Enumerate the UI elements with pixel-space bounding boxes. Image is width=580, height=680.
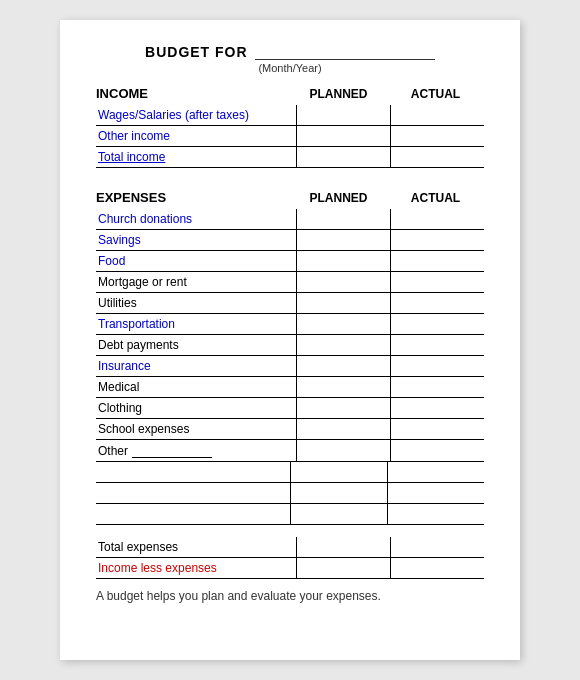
mortgage-label: Mortgage or rent (96, 272, 296, 292)
food-label: Food (96, 251, 296, 271)
church-planned-cell[interactable] (296, 209, 390, 229)
savings-label: Savings (96, 230, 296, 250)
food-actual-cell[interactable] (390, 251, 484, 271)
expenses-header: EXPENSES PLANNED ACTUAL (96, 190, 484, 205)
school-label: School expenses (96, 419, 296, 439)
expense-row-school: School expenses (96, 419, 484, 440)
total-expenses-row: Total expenses (96, 537, 484, 558)
income-label: INCOME (96, 86, 290, 101)
savings-planned-cell[interactable] (296, 230, 390, 250)
expense-row-medical: Medical (96, 377, 484, 398)
blank-planned-2[interactable] (290, 483, 387, 503)
total-income-planned-cell[interactable] (296, 147, 390, 167)
income-row-total: Total income (96, 147, 484, 168)
expense-row-savings: Savings (96, 230, 484, 251)
blank-actual-3[interactable] (387, 504, 484, 524)
medical-label: Medical (96, 377, 296, 397)
utilities-planned-cell[interactable] (296, 293, 390, 313)
medical-actual-cell[interactable] (390, 377, 484, 397)
transportation-actual-cell[interactable] (390, 314, 484, 334)
blank-planned-1[interactable] (290, 462, 387, 482)
savings-actual-cell[interactable] (390, 230, 484, 250)
school-actual-cell[interactable] (390, 419, 484, 439)
total-expenses-label: Total expenses (96, 537, 296, 557)
insurance-actual-cell[interactable] (390, 356, 484, 376)
blank-label-3 (96, 504, 290, 524)
income-header: INCOME PLANNED ACTUAL (96, 86, 484, 101)
other-income-actual-cell[interactable] (390, 126, 484, 146)
blank-planned-3[interactable] (290, 504, 387, 524)
title-row: BUDGET FOR (96, 44, 484, 60)
income-row-other: Other income (96, 126, 484, 147)
footer-note: A budget helps you plan and evaluate you… (96, 589, 484, 603)
other-actual-cell[interactable] (390, 440, 484, 461)
expense-row-clothing: Clothing (96, 398, 484, 419)
transportation-label: Transportation (96, 314, 296, 334)
income-less-label: Income less expenses (96, 558, 296, 578)
blank-row-1 (96, 462, 484, 483)
blank-row-3 (96, 504, 484, 525)
expense-row-mortgage: Mortgage or rent (96, 272, 484, 293)
total-expenses-actual-cell[interactable] (390, 537, 484, 557)
budget-for-label: BUDGET FOR (145, 44, 248, 60)
insurance-label: Insurance (96, 356, 296, 376)
mortgage-actual-cell[interactable] (390, 272, 484, 292)
utilities-actual-cell[interactable] (390, 293, 484, 313)
income-less-actual-cell[interactable] (390, 558, 484, 578)
insurance-planned-cell[interactable] (296, 356, 390, 376)
expense-row-church: Church donations (96, 209, 484, 230)
clothing-label: Clothing (96, 398, 296, 418)
income-less-expenses-row: Income less expenses (96, 558, 484, 579)
wages-label: Wages/Salaries (after taxes) (96, 105, 296, 125)
debt-label: Debt payments (96, 335, 296, 355)
church-actual-cell[interactable] (390, 209, 484, 229)
expense-row-debt: Debt payments (96, 335, 484, 356)
total-expenses-planned-cell[interactable] (296, 537, 390, 557)
food-planned-cell[interactable] (296, 251, 390, 271)
other-label: Other (96, 440, 296, 461)
income-less-planned-cell[interactable] (296, 558, 390, 578)
medical-planned-cell[interactable] (296, 377, 390, 397)
income-row-wages: Wages/Salaries (after taxes) (96, 105, 484, 126)
school-planned-cell[interactable] (296, 419, 390, 439)
expense-row-insurance: Insurance (96, 356, 484, 377)
transportation-planned-cell[interactable] (296, 314, 390, 334)
debt-planned-cell[interactable] (296, 335, 390, 355)
total-income-label: Total income (96, 147, 296, 167)
budget-name-line[interactable] (255, 45, 435, 60)
expenses-planned-header: PLANNED (290, 191, 387, 205)
utilities-label: Utilities (96, 293, 296, 313)
income-table: Wages/Salaries (after taxes) Other incom… (96, 105, 484, 168)
wages-planned-cell[interactable] (296, 105, 390, 125)
expense-row-other: Other (96, 440, 484, 462)
income-actual-header: ACTUAL (387, 87, 484, 101)
month-year-label: (Month/Year) (96, 62, 484, 74)
income-planned-header: PLANNED (290, 87, 387, 101)
blank-label-1 (96, 462, 290, 482)
blank-label-2 (96, 483, 290, 503)
wages-actual-cell[interactable] (390, 105, 484, 125)
church-label: Church donations (96, 209, 296, 229)
budget-page: BUDGET FOR (Month/Year) INCOME PLANNED A… (60, 20, 520, 660)
other-income-planned-cell[interactable] (296, 126, 390, 146)
expenses-table: Church donations Savings Food Mortgage o… (96, 209, 484, 579)
expense-row-utilities: Utilities (96, 293, 484, 314)
blank-actual-2[interactable] (387, 483, 484, 503)
mortgage-planned-cell[interactable] (296, 272, 390, 292)
debt-actual-cell[interactable] (390, 335, 484, 355)
expenses-label: EXPENSES (96, 190, 290, 205)
clothing-planned-cell[interactable] (296, 398, 390, 418)
clothing-actual-cell[interactable] (390, 398, 484, 418)
blank-actual-1[interactable] (387, 462, 484, 482)
expense-row-transportation: Transportation (96, 314, 484, 335)
total-income-actual-cell[interactable] (390, 147, 484, 167)
other-income-label: Other income (96, 126, 296, 146)
expenses-actual-header: ACTUAL (387, 191, 484, 205)
blank-row-2 (96, 483, 484, 504)
other-planned-cell[interactable] (296, 440, 390, 461)
expense-row-food: Food (96, 251, 484, 272)
